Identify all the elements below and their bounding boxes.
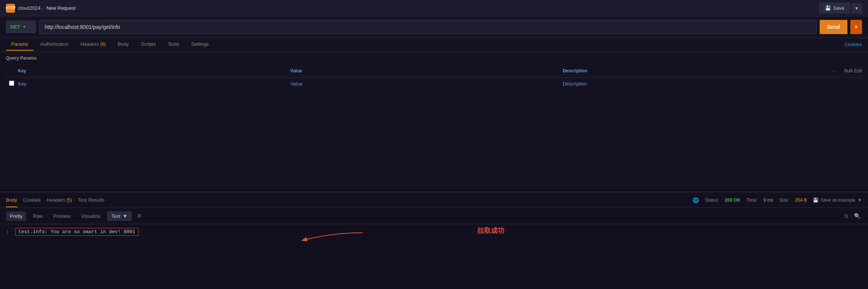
tab-authorization[interactable]: Authorization (35, 38, 74, 51)
wrap-button[interactable]: ≡ (135, 211, 144, 221)
tab-tests[interactable]: Tests (162, 38, 184, 51)
size-value: 204 B (795, 198, 807, 203)
tab-headers[interactable]: Headers (6) (75, 38, 111, 51)
title-bar-left: HTTP cloud2024 / New Request (6, 4, 76, 13)
row-checkbox[interactable] (9, 81, 14, 86)
search-icon[interactable]: 🔍 (853, 212, 862, 220)
save-dropdown-button[interactable]: ▼ (852, 3, 862, 13)
type-arrow: ▼ (123, 213, 127, 219)
title-bar: HTTP cloud2024 / New Request 💾 Save ▼ (0, 0, 868, 16)
time-value: 9 ms (763, 198, 773, 203)
send-dropdown-button[interactable]: ▼ (850, 20, 862, 34)
method-select[interactable]: GET ▼ (6, 21, 36, 33)
send-button[interactable]: Send (820, 20, 847, 34)
save-label: Save (833, 5, 844, 11)
main-area: Query Params Key Value Description ··· B… (0, 52, 868, 289)
resp-tab-cookies[interactable]: Cookies (23, 193, 41, 207)
tab-body[interactable]: Body (112, 38, 134, 51)
workspace-name[interactable]: cloud2024 (18, 5, 40, 11)
url-input[interactable] (39, 20, 817, 34)
save-button[interactable]: 💾 Save (819, 3, 850, 13)
current-tab-name: New Request (46, 5, 76, 11)
save-example-button[interactable]: 💾 Save as example ▼ (813, 198, 862, 203)
tab-settings[interactable]: Settings (186, 38, 214, 51)
params-area: Query Params Key Value Description ··· B… (0, 52, 868, 190)
params-row: Key Value Description (6, 78, 862, 90)
breadcrumb-separator: / (43, 5, 44, 11)
query-params-title: Query Params (6, 55, 862, 61)
row-checkbox-cell (6, 78, 15, 90)
checkbox-header-cell (6, 67, 15, 75)
cookies-link[interactable]: Cookies (844, 42, 862, 47)
response-type-select[interactable]: Text ▼ (107, 211, 132, 221)
save-example-icon: 💾 (813, 198, 819, 203)
headers-badge: (6) (100, 42, 106, 47)
value-cell[interactable]: Value (287, 78, 559, 90)
line-number-1: 1 (6, 229, 9, 235)
format-tab-raw[interactable]: Raw (29, 211, 46, 221)
resp-tab-body[interactable]: Body (6, 193, 17, 207)
format-tab-pretty[interactable]: Pretty (6, 211, 26, 221)
tab-scripts[interactable]: Scripts (136, 38, 161, 51)
params-table-header: Key Value Description ··· Bulk Edit (6, 64, 862, 78)
response-text-1: test.info: You are so smart in dev! 8001 (15, 228, 139, 236)
format-tab-preview[interactable]: Preview (49, 211, 74, 221)
request-tabs: Params Authorization Headers (6) Body Sc… (0, 37, 868, 52)
url-bar: GET ▼ Send ▼ (0, 16, 868, 37)
resp-headers-badge: (5) (66, 198, 72, 203)
response-section: Body Cookies Headers (5) Test Results 🌐 … (0, 192, 868, 289)
app-icon: HTTP (6, 4, 15, 13)
save-example-arrow: ▼ (858, 198, 862, 203)
tab-params[interactable]: Params (6, 38, 33, 51)
save-icon: 💾 (825, 5, 831, 11)
response-right-icons: ⧉ 🔍 (843, 212, 862, 220)
method-label: GET (10, 24, 20, 30)
copy-icon[interactable]: ⧉ (843, 212, 850, 220)
response-line-1: 1 test.info: You are so smart in dev! 80… (6, 228, 862, 236)
breadcrumb: cloud2024 / New Request (18, 5, 76, 11)
bulk-edit-area: ··· Bulk Edit (832, 67, 862, 75)
key-cell[interactable]: Key (15, 78, 287, 90)
type-label: Text (111, 213, 120, 219)
description-header: Description (560, 67, 832, 75)
status-label: Status: (705, 198, 719, 203)
resp-tab-headers[interactable]: Headers (5) (47, 193, 72, 207)
response-content: 拉取成功 1 test.info: You are so smart in de… (0, 224, 868, 289)
title-bar-right: 💾 Save ▼ (819, 3, 862, 13)
resp-tab-test-results[interactable]: Test Results (78, 193, 105, 207)
size-label: Size: (779, 198, 789, 203)
response-tabs: Body Cookies Headers (5) Test Results 🌐 … (0, 192, 868, 208)
value-header: Value (287, 67, 559, 75)
response-meta: 🌐 Status: 200 OK Time: 9 ms Size: 204 B … (693, 197, 862, 203)
key-header: Key (15, 67, 287, 75)
app-icon-text: HTTP (6, 6, 15, 10)
globe-icon: 🌐 (693, 197, 699, 203)
description-cell[interactable]: Description (560, 78, 832, 90)
format-tab-visualize[interactable]: Visualize (77, 211, 104, 221)
more-options-icon[interactable]: ··· (832, 68, 836, 73)
status-value: 200 OK (725, 198, 740, 203)
response-body-toolbar: Pretty Raw Preview Visualize Text ▼ ≡ ⧉ … (0, 208, 868, 224)
save-example-label: Save as example (821, 198, 855, 203)
bulk-edit-button[interactable]: Bulk Edit (844, 68, 862, 73)
method-arrow: ▼ (22, 25, 26, 29)
time-label: Time: (746, 198, 757, 203)
